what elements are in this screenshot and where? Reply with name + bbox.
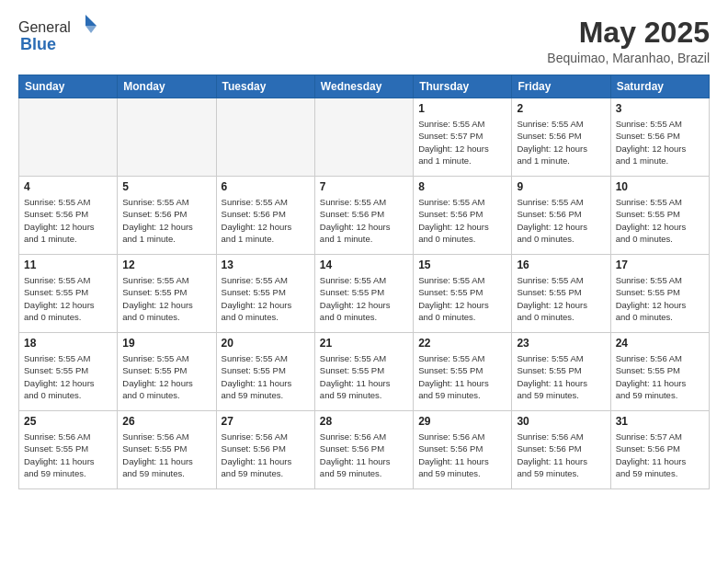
day-number-12: 12: [122, 259, 210, 271]
col-sunday: Sunday: [19, 75, 118, 98]
day-number-11: 11: [24, 259, 112, 271]
day-number-21: 21: [320, 337, 408, 350]
day-number-8: 8: [418, 180, 506, 193]
day-number-1: 1: [418, 102, 506, 115]
day-info-14: Sunrise: 5:55 AMSunset: 5:55 PMDaylight:…: [320, 274, 408, 323]
cell-week5-day4: 29Sunrise: 5:56 AMSunset: 5:56 PMDayligh…: [414, 411, 512, 489]
cell-week1-day6: 3Sunrise: 5:55 AMSunset: 5:56 PMDaylight…: [610, 98, 709, 177]
day-number-5: 5: [122, 180, 210, 193]
week-row-4: 18Sunrise: 5:55 AMSunset: 5:55 PMDayligh…: [19, 333, 710, 411]
day-number-3: 3: [616, 102, 704, 115]
cell-week4-day1: 19Sunrise: 5:55 AMSunset: 5:55 PMDayligh…: [118, 333, 216, 411]
day-info-13: Sunrise: 5:55 AMSunset: 5:55 PMDaylight:…: [222, 274, 310, 323]
day-info-6: Sunrise: 5:55 AMSunset: 5:56 PMDaylight:…: [222, 196, 310, 245]
day-number-18: 18: [24, 337, 112, 350]
col-monday: Monday: [118, 75, 216, 98]
day-info-12: Sunrise: 5:55 AMSunset: 5:55 PMDaylight:…: [122, 274, 210, 323]
day-info-20: Sunrise: 5:55 AMSunset: 5:55 PMDaylight:…: [222, 352, 310, 401]
day-number-26: 26: [122, 415, 210, 428]
cell-week3-day6: 17Sunrise: 5:55 AMSunset: 5:55 PMDayligh…: [610, 255, 709, 333]
cell-week3-day5: 16Sunrise: 5:55 AMSunset: 5:55 PMDayligh…: [512, 255, 610, 333]
day-number-15: 15: [418, 259, 506, 271]
page: General Blue May 2025 Bequimao, Maranhao…: [0, 0, 728, 563]
cell-week2-day6: 10Sunrise: 5:55 AMSunset: 5:55 PMDayligh…: [610, 177, 709, 255]
col-friday: Friday: [512, 75, 610, 98]
cell-week5-day1: 26Sunrise: 5:56 AMSunset: 5:55 PMDayligh…: [118, 411, 216, 489]
col-thursday: Thursday: [414, 75, 512, 98]
cell-week5-day3: 28Sunrise: 5:56 AMSunset: 5:56 PMDayligh…: [314, 411, 413, 489]
cell-week4-day5: 23Sunrise: 5:55 AMSunset: 5:55 PMDayligh…: [512, 333, 610, 411]
day-info-31: Sunrise: 5:57 AMSunset: 5:56 PMDaylight:…: [616, 431, 704, 479]
day-info-18: Sunrise: 5:55 AMSunset: 5:55 PMDaylight:…: [24, 352, 112, 401]
cell-week5-day2: 27Sunrise: 5:56 AMSunset: 5:56 PMDayligh…: [216, 411, 314, 489]
calendar-header-row: Sunday Monday Tuesday Wednesday Thursday…: [19, 75, 710, 98]
day-info-27: Sunrise: 5:56 AMSunset: 5:56 PMDaylight:…: [222, 431, 310, 479]
day-info-21: Sunrise: 5:55 AMSunset: 5:55 PMDaylight:…: [320, 352, 408, 401]
day-number-25: 25: [24, 415, 112, 428]
day-number-6: 6: [222, 180, 310, 193]
day-number-29: 29: [418, 415, 506, 428]
day-info-4: Sunrise: 5:55 AMSunset: 5:56 PMDaylight:…: [24, 196, 112, 245]
cell-week5-day5: 30Sunrise: 5:56 AMSunset: 5:56 PMDayligh…: [512, 411, 610, 489]
day-number-31: 31: [616, 415, 704, 428]
svg-marker-1: [85, 26, 97, 33]
week-row-3: 11Sunrise: 5:55 AMSunset: 5:55 PMDayligh…: [19, 255, 710, 333]
header: General Blue May 2025 Bequimao, Maranhao…: [18, 17, 710, 65]
cell-week2-day4: 8Sunrise: 5:55 AMSunset: 5:56 PMDaylight…: [414, 177, 512, 255]
cell-week5-day0: 25Sunrise: 5:56 AMSunset: 5:55 PMDayligh…: [19, 411, 118, 489]
day-info-25: Sunrise: 5:56 AMSunset: 5:55 PMDaylight:…: [24, 431, 112, 479]
cell-week4-day6: 24Sunrise: 5:56 AMSunset: 5:55 PMDayligh…: [610, 333, 709, 411]
day-info-23: Sunrise: 5:55 AMSunset: 5:55 PMDaylight:…: [517, 352, 605, 401]
day-number-22: 22: [418, 337, 506, 350]
day-info-30: Sunrise: 5:56 AMSunset: 5:56 PMDaylight:…: [517, 431, 605, 479]
cell-week3-day4: 15Sunrise: 5:55 AMSunset: 5:55 PMDayligh…: [414, 255, 512, 333]
cell-week4-day3: 21Sunrise: 5:55 AMSunset: 5:55 PMDayligh…: [314, 333, 413, 411]
cell-week3-day1: 12Sunrise: 5:55 AMSunset: 5:55 PMDayligh…: [118, 255, 216, 333]
cell-week1-day5: 2Sunrise: 5:55 AMSunset: 5:56 PMDaylight…: [512, 98, 610, 177]
week-row-5: 25Sunrise: 5:56 AMSunset: 5:55 PMDayligh…: [19, 411, 710, 489]
cell-week1-day4: 1Sunrise: 5:55 AMSunset: 5:57 PMDaylight…: [414, 98, 512, 177]
day-info-22: Sunrise: 5:55 AMSunset: 5:55 PMDaylight:…: [418, 352, 506, 401]
cell-week1-day1: [118, 98, 216, 177]
day-number-2: 2: [517, 102, 605, 115]
day-number-10: 10: [616, 180, 704, 193]
cell-week2-day1: 5Sunrise: 5:55 AMSunset: 5:56 PMDaylight…: [118, 177, 216, 255]
cell-week3-day0: 11Sunrise: 5:55 AMSunset: 5:55 PMDayligh…: [19, 255, 118, 333]
cell-week4-day4: 22Sunrise: 5:55 AMSunset: 5:55 PMDayligh…: [414, 333, 512, 411]
col-saturday: Saturday: [610, 75, 709, 98]
day-info-19: Sunrise: 5:55 AMSunset: 5:55 PMDaylight:…: [122, 352, 210, 401]
day-info-9: Sunrise: 5:55 AMSunset: 5:56 PMDaylight:…: [517, 196, 605, 245]
cell-week3-day3: 14Sunrise: 5:55 AMSunset: 5:55 PMDayligh…: [314, 255, 413, 333]
day-number-14: 14: [320, 259, 408, 271]
day-number-4: 4: [24, 180, 112, 193]
title-month: May 2025: [547, 17, 710, 49]
day-number-7: 7: [320, 180, 408, 193]
day-info-7: Sunrise: 5:55 AMSunset: 5:56 PMDaylight:…: [320, 196, 408, 245]
cell-week1-day2: [216, 98, 314, 177]
cell-week3-day2: 13Sunrise: 5:55 AMSunset: 5:55 PMDayligh…: [216, 255, 314, 333]
day-info-29: Sunrise: 5:56 AMSunset: 5:56 PMDaylight:…: [418, 431, 506, 479]
svg-marker-0: [85, 15, 97, 26]
cell-week5-day6: 31Sunrise: 5:57 AMSunset: 5:56 PMDayligh…: [610, 411, 709, 489]
day-info-2: Sunrise: 5:55 AMSunset: 5:56 PMDaylight:…: [517, 118, 605, 167]
day-info-17: Sunrise: 5:55 AMSunset: 5:55 PMDaylight:…: [616, 274, 704, 323]
logo: General Blue: [18, 17, 98, 54]
cell-week4-day2: 20Sunrise: 5:55 AMSunset: 5:55 PMDayligh…: [216, 333, 314, 411]
logo-general-text: General: [18, 19, 71, 36]
day-number-20: 20: [222, 337, 310, 350]
cell-week2-day5: 9Sunrise: 5:55 AMSunset: 5:56 PMDaylight…: [512, 177, 610, 255]
title-block: May 2025 Bequimao, Maranhao, Brazil: [547, 17, 710, 65]
day-number-28: 28: [320, 415, 408, 428]
col-wednesday: Wednesday: [314, 75, 413, 98]
cell-week1-day3: [314, 98, 413, 177]
day-number-9: 9: [517, 180, 605, 193]
cell-week2-day3: 7Sunrise: 5:55 AMSunset: 5:56 PMDaylight…: [314, 177, 413, 255]
day-info-16: Sunrise: 5:55 AMSunset: 5:55 PMDaylight:…: [517, 274, 605, 323]
day-number-13: 13: [222, 259, 310, 271]
week-row-2: 4Sunrise: 5:55 AMSunset: 5:56 PMDaylight…: [19, 177, 710, 255]
day-info-5: Sunrise: 5:55 AMSunset: 5:56 PMDaylight:…: [122, 196, 210, 245]
day-number-30: 30: [517, 415, 605, 428]
week-row-1: 1Sunrise: 5:55 AMSunset: 5:57 PMDaylight…: [19, 98, 710, 177]
day-number-17: 17: [616, 259, 704, 271]
day-number-19: 19: [122, 337, 210, 350]
